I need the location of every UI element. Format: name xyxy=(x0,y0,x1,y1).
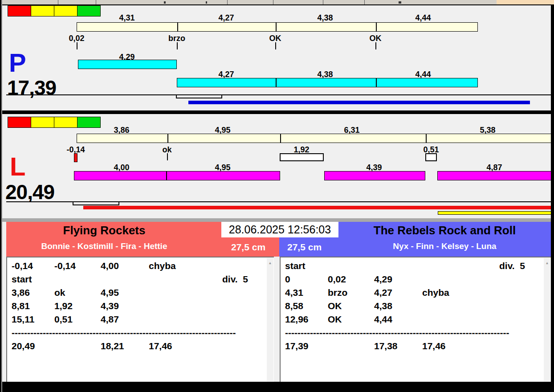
checkpoint-label: OK xyxy=(251,34,300,43)
split-time-label: 4,38 xyxy=(301,13,350,23)
table-row: startdiv. 5 xyxy=(7,274,266,287)
table-cell: brzo xyxy=(328,287,347,298)
table-row: 20,4918,2117,46 xyxy=(7,341,266,354)
result-rows: -0,14-0,144,00chybastartdiv. 53,86ok4,95… xyxy=(7,261,266,354)
lane-panel-p: 4,31 4,27 4,38 4,44 0,02 brzo OK OK P 4,… xyxy=(0,5,554,110)
checkpoint-tick xyxy=(375,42,376,49)
table-row: 15,110,514,87 xyxy=(7,314,266,327)
team-members: Nyx - Finn - Kelsey - Luna xyxy=(338,241,551,251)
toolbar-strip[interactable] xyxy=(0,0,554,5)
lane-letter: L xyxy=(10,154,25,180)
table-row: 4,31brzo4,27chyba xyxy=(281,287,543,301)
datetime-display: 28.06.2025 12:56:03 xyxy=(221,222,338,237)
table-cell: 4,87 xyxy=(101,314,119,325)
table-cell: div. 5 xyxy=(499,261,525,271)
section-divider xyxy=(0,218,551,222)
toolbar-button-fragment xyxy=(206,1,207,4)
checkpoint-tick xyxy=(77,42,77,49)
table-cell: 0 xyxy=(285,274,290,285)
table-row: ----------------------------------------… xyxy=(281,327,543,341)
legend-swatch xyxy=(31,5,54,16)
legend-swatch xyxy=(8,117,31,128)
table-cell: 0,51 xyxy=(54,314,73,325)
progress-bar-red xyxy=(83,206,551,209)
table-cell: OK xyxy=(328,314,342,325)
run-bar xyxy=(177,78,478,87)
checkpoint-tick xyxy=(177,42,178,49)
legend-swatch xyxy=(54,5,77,16)
segment-divider xyxy=(426,134,427,143)
table-cell: ----------------------------------------… xyxy=(285,327,509,338)
table-cell: 4,39 xyxy=(101,301,119,311)
legend-swatch xyxy=(54,117,77,128)
table-cell: 3,86 xyxy=(12,287,30,298)
legend-swatch xyxy=(8,5,31,16)
legend-swatch xyxy=(77,5,101,16)
checkpoint-tick xyxy=(275,42,276,49)
progress-bar-blue xyxy=(188,101,530,104)
table-row: 3,86ok4,95 xyxy=(7,287,266,301)
table-cell: chyba xyxy=(149,261,176,271)
bottom-band xyxy=(0,382,554,392)
table-cell: div. 5 xyxy=(222,274,248,285)
split-time-label: 4,44 xyxy=(399,13,448,23)
table-cell: 4,31 xyxy=(285,287,303,298)
table-cell: chyba xyxy=(422,287,449,298)
table-cell: 4,00 xyxy=(101,261,119,271)
segment-divider xyxy=(167,134,168,143)
table-cell: 17,46 xyxy=(149,341,172,351)
team-name: The Rebels Rock and Roll xyxy=(338,224,551,237)
lane-panel-l: 3,86 4,95 6,31 5,38 -0,14 ok 1,92 0,51 L… xyxy=(0,114,554,218)
table-cell: 8,81 xyxy=(12,301,30,311)
table-cell: 4,38 xyxy=(374,301,392,311)
team-distance: 27,5 cm xyxy=(287,242,322,253)
progress-marker-box xyxy=(176,94,222,98)
right-band xyxy=(551,4,554,392)
scroll-up-icon[interactable]: ▲ xyxy=(269,261,272,265)
lane-total-time: 20,49 xyxy=(5,182,54,202)
progress-marker-box xyxy=(73,201,119,205)
table-cell: 1,92 xyxy=(54,301,73,311)
table-cell: 8,58 xyxy=(285,301,303,311)
table-row: startdiv. 5 xyxy=(281,261,543,274)
status-legend xyxy=(8,5,101,16)
run-bar xyxy=(78,60,177,69)
checkpoint-label: 0,02 xyxy=(52,34,101,43)
table-cell: 15,11 xyxy=(12,314,34,325)
table-row: 12,96OK4,44 xyxy=(281,314,543,327)
result-log-right[interactable]: startdiv. 500,024,294,31brzo4,27chyba8,5… xyxy=(280,257,551,382)
split-time-label: 4,27 xyxy=(202,13,251,23)
checkpoint-label: brzo xyxy=(152,34,201,43)
segment-divider xyxy=(276,78,277,87)
panel-divider xyxy=(1,110,551,114)
table-cell: 17,38 xyxy=(374,341,398,351)
toolbar-separator xyxy=(96,0,96,4)
toolbar-separator xyxy=(58,0,58,4)
scroll-up-icon[interactable]: ▲ xyxy=(546,261,549,265)
segment-divider xyxy=(276,22,277,32)
status-legend xyxy=(8,117,101,128)
toolbar-separator xyxy=(273,0,273,4)
table-row: 8,58OK4,38 xyxy=(281,301,543,314)
table-cell: 4,95 xyxy=(101,287,119,298)
scrollbar[interactable]: ▲ xyxy=(267,258,273,381)
gap-marker-box xyxy=(425,153,437,161)
table-cell: -0,14 xyxy=(54,261,76,271)
result-log-left[interactable]: -0,14-0,144,00chybastartdiv. 53,86ok4,95… xyxy=(6,257,274,382)
table-cell: ----------------------------------------… xyxy=(12,327,236,338)
segment-divider xyxy=(280,134,281,143)
toolbar-separator xyxy=(227,0,228,4)
fault-marker xyxy=(74,153,77,162)
table-row: ----------------------------------------… xyxy=(7,327,266,341)
app-window: 4,31 4,27 4,38 4,44 0,02 brzo OK OK P 4,… xyxy=(0,0,554,392)
scrollbar[interactable]: ▲ xyxy=(544,258,550,381)
team-members: Bonnie - Kostimill - Fira - Hettie xyxy=(6,241,202,251)
track-bar xyxy=(77,22,478,32)
segment-divider xyxy=(177,22,178,32)
table-row: 8,811,924,39 xyxy=(7,301,266,314)
segment-divider xyxy=(376,22,377,32)
run-bar xyxy=(437,171,551,180)
toolbar-separator xyxy=(364,0,365,4)
table-cell: 12,96 xyxy=(285,314,309,325)
team-name: Flying Rockets xyxy=(6,224,202,237)
